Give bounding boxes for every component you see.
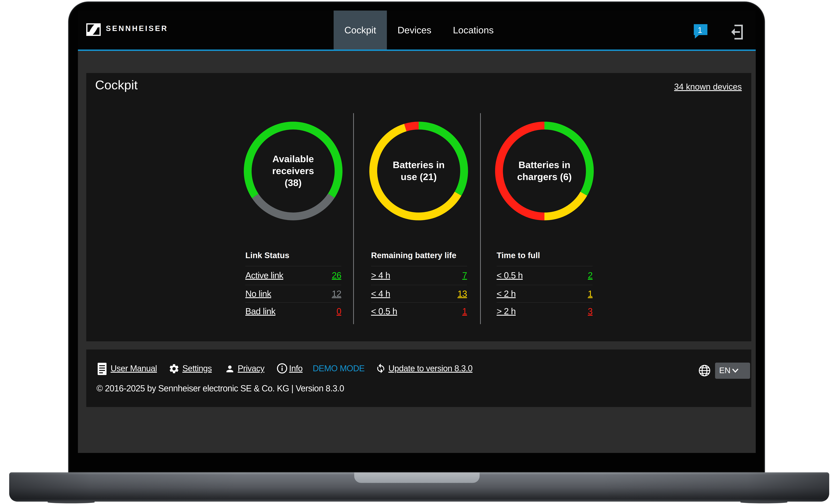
svg-text:1: 1 <box>698 25 702 35</box>
